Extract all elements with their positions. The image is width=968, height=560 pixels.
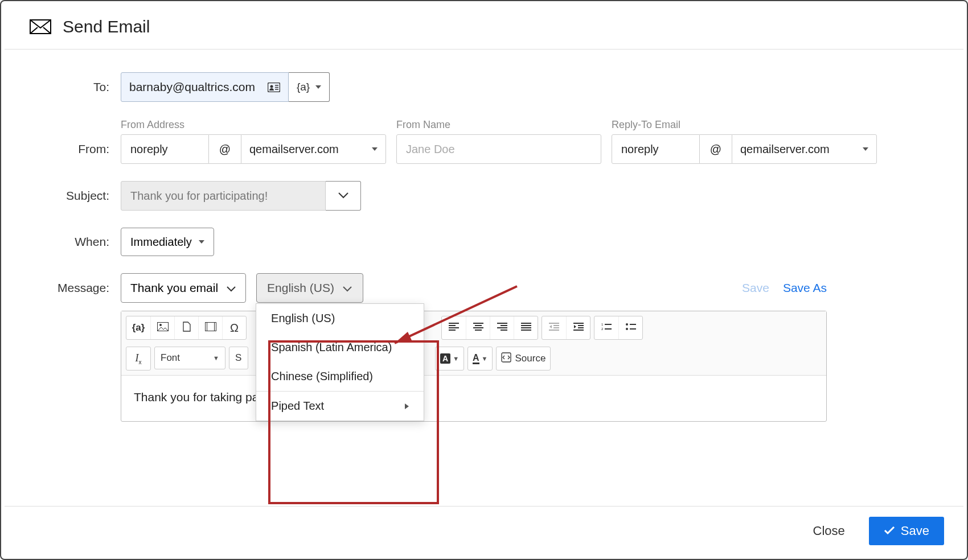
message-language-value: English (US) [267, 281, 334, 295]
chevron-down-icon [342, 281, 352, 295]
toolbar-align-left-button[interactable] [442, 316, 466, 339]
contact-card-icon [268, 83, 280, 92]
toolbar-align-justify-button[interactable] [514, 316, 538, 339]
omega-icon: Ω [230, 322, 239, 335]
piped-text-label: {a} [297, 81, 310, 93]
message-save-link[interactable]: Save [742, 281, 769, 295]
indent-icon [573, 322, 584, 333]
svg-point-38 [626, 323, 628, 326]
text-color-icon: A [473, 353, 479, 364]
reply-to-domain-select[interactable]: qemailserver.com [732, 134, 877, 164]
from-domain-value: qemailserver.com [249, 143, 339, 156]
toolbar-align-center-button[interactable] [466, 316, 490, 339]
to-piped-text-button[interactable]: {a} [289, 72, 330, 102]
from-local-input[interactable] [121, 134, 209, 164]
toolbar-image-button[interactable] [150, 316, 174, 339]
toolbar-text-color-button[interactable]: A ▼ [468, 347, 492, 370]
from-address-label: From Address [121, 119, 386, 131]
editor-toolbar: {a} Ω [121, 311, 826, 376]
from-row: From: From Address @ qemailserver.com [30, 119, 938, 164]
toolbar-special-char-button[interactable]: Ω [222, 316, 246, 339]
message-language-select[interactable]: English (US) English (US) Spanish (Latin… [256, 273, 363, 303]
message-template-value: Thank you email [130, 281, 218, 295]
toolbar-font-select[interactable]: Font ▼ [154, 347, 225, 369]
numbered-list-icon: 12 [601, 322, 612, 333]
to-label: To: [30, 80, 121, 94]
subject-input[interactable]: Thank you for participating! [121, 181, 326, 211]
chevron-down-icon [199, 240, 204, 244]
svg-text:1: 1 [601, 323, 604, 326]
outdent-icon [549, 322, 559, 333]
chevron-down-icon [338, 191, 349, 201]
when-value: Immediately [130, 236, 192, 249]
message-save-as-link[interactable]: Save As [783, 281, 827, 295]
toolbar-piped-text-button[interactable]: {a} [126, 316, 150, 339]
language-option[interactable]: Spanish (Latin America) [256, 333, 424, 362]
toolbar-remove-format-button[interactable]: Ix [126, 347, 150, 370]
chevron-right-icon [405, 403, 409, 409]
toolbar-video-button[interactable] [198, 316, 222, 339]
reply-to-label: Reply-To Email [612, 119, 877, 131]
chevron-down-icon [863, 147, 868, 151]
align-justify-icon [521, 322, 531, 333]
when-label: When: [30, 235, 121, 249]
reply-to-column: Reply-To Email @ qemailserver.com [612, 119, 877, 164]
from-at-symbol: @ [209, 134, 241, 164]
toolbar-bg-color-button[interactable]: A ▼ [436, 347, 464, 370]
svg-rect-8 [205, 322, 207, 331]
language-dropdown-menu: English (US) Spanish (Latin America) Chi… [256, 303, 424, 421]
check-icon [884, 524, 895, 538]
from-address-column: From Address @ qemailserver.com [121, 119, 386, 164]
reply-to-at-symbol: @ [700, 134, 732, 164]
svg-point-6 [159, 324, 162, 326]
toolbar-size-select[interactable]: S [229, 347, 248, 369]
chevron-down-icon [226, 281, 236, 295]
chevron-down-icon [315, 85, 321, 89]
subject-dropdown-button[interactable] [326, 181, 361, 211]
chevron-down-icon [372, 147, 378, 151]
from-name-input[interactable] [396, 134, 601, 164]
svg-point-39 [626, 328, 628, 330]
editor-body[interactable]: Thank you for taking par [121, 376, 826, 421]
toolbar-align-right-button[interactable] [490, 316, 514, 339]
toolbar-outdent-button[interactable] [542, 316, 566, 339]
align-right-icon [497, 322, 507, 333]
language-option[interactable]: Chinese (Simplified) [256, 362, 424, 391]
modal-content: To: barnaby@qualtrics.com {a} [5, 50, 963, 506]
message-label: Message: [30, 281, 121, 295]
message-row: Message: Thank you email English (US) En… [30, 273, 938, 303]
toolbar-bullet-list-button[interactable] [618, 316, 642, 339]
send-email-modal: Send Email To: barnaby@qualtrics.com [5, 5, 963, 555]
from-label: From: [30, 142, 121, 164]
bullet-list-icon [626, 322, 636, 333]
toolbar-source-button[interactable]: Source [497, 347, 550, 370]
when-row: When: Immediately [30, 228, 938, 256]
toolbar-indent-button[interactable] [566, 316, 590, 339]
language-option[interactable]: English (US) [256, 304, 424, 333]
close-button[interactable]: Close [803, 518, 855, 544]
svg-point-1 [270, 85, 273, 88]
align-left-icon [449, 322, 459, 333]
to-recipient-chip[interactable]: barnaby@qualtrics.com [121, 72, 289, 102]
message-editor: {a} Ω [121, 311, 827, 422]
caret-down-icon: ▼ [213, 355, 219, 361]
toolbar-numbered-list-button[interactable]: 12 [594, 316, 618, 339]
reply-to-domain-value: qemailserver.com [740, 143, 830, 156]
modal-header: Send Email [5, 5, 963, 50]
from-domain-select[interactable]: qemailserver.com [241, 134, 386, 164]
source-icon [501, 352, 511, 365]
video-icon [205, 322, 216, 334]
remove-format-icon: Ix [136, 352, 142, 365]
save-button[interactable]: Save [869, 517, 944, 545]
from-name-column: From Name [396, 119, 601, 164]
image-icon [157, 322, 169, 334]
svg-text:2: 2 [601, 327, 604, 331]
reply-to-local-input[interactable] [612, 134, 700, 164]
piped-text-submenu[interactable]: Piped Text [256, 391, 424, 421]
modal-footer: Close Save [5, 506, 963, 555]
message-template-select[interactable]: Thank you email [121, 273, 246, 303]
envelope-icon [30, 19, 51, 34]
caret-down-icon: ▼ [482, 355, 488, 362]
toolbar-file-button[interactable] [174, 316, 198, 339]
when-select[interactable]: Immediately [121, 228, 214, 256]
